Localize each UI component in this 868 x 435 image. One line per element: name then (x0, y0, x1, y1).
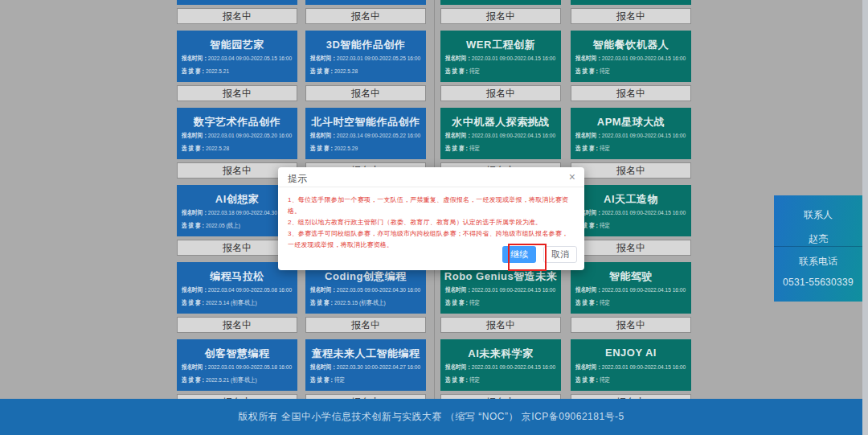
selection-date-line: 选 拔 赛：待定 (310, 375, 345, 384)
register-button[interactable]: 报名中 (305, 85, 426, 101)
selection-date-label: 选 拔 赛： (575, 376, 600, 384)
competition-card[interactable]: 智能园艺家 报名时间：2022.03.04 09:00-2022.05.15 1… (177, 31, 297, 82)
copyright-text: 版权所有 全国中小学信息技术创新与实践大赛 （缩写 “NOC”） 京ICP备09… (0, 399, 862, 435)
competition-card[interactable]: WER工程创新 报名时间：2022.03.01 09:00-2022.04.15… (440, 31, 561, 82)
competition-title: 童程未来人工智能编程 (305, 347, 426, 361)
registration-time-label: 报名时间： (310, 55, 337, 62)
competition-card[interactable]: 童程未来人工智能编程 报名时间：2022.03.30 10:00-2022.04… (305, 339, 426, 391)
registration-time-value: 2022.03.01 09:00-2022.04.15 16:00 (602, 363, 686, 371)
selection-date-label: 选 拔 赛： (310, 68, 334, 75)
register-button[interactable]: 报名中 (177, 8, 297, 24)
register-button[interactable]: 报名中 (571, 8, 691, 24)
competition-card[interactable]: 水中机器人探索挑战 报名时间：2022.03.01 09:00-2022.04.… (440, 108, 561, 159)
competition-title: 智能餐饮机器人 (571, 38, 691, 52)
selection-date-label: 选 拔 赛： (310, 145, 334, 152)
competition-title: 智能驾驶 (571, 269, 691, 284)
registration-time-line: 报名时间：2022.03.14 09:00-2022.05.22 16:00 (310, 131, 420, 140)
competition-card[interactable]: 数字艺术作品创作 报名时间：2022.03.01 09:00-2022.05.2… (177, 108, 297, 159)
selection-date-value: 待定 (600, 68, 610, 75)
selection-date-line: 选 拔 赛：待定 (445, 298, 480, 307)
register-button[interactable]: 报名中 (305, 8, 426, 24)
competition-title: 水中机器人探索挑战 (440, 115, 561, 129)
scrollbar[interactable] (862, 0, 868, 435)
register-button[interactable]: 报名中 (177, 85, 297, 101)
competition-card[interactable]: 智能驾驶 报名时间：2022.03.01 09:00-2022.04.15 16… (571, 262, 691, 314)
selection-date-label: 选 拔 赛： (310, 376, 334, 384)
competition-card[interactable]: APM星球大战 报名时间：2022.03.01 09:00-2022.04.15… (571, 108, 691, 159)
register-button[interactable]: 报名中 (571, 162, 691, 179)
competition-card[interactable]: 报名时间： 选 拔 赛：2022.5 (305, 0, 426, 5)
competition-card[interactable]: ENJOY AI 报名时间：2022.03.01 09:00-2022.04.1… (571, 339, 691, 391)
registration-time-value: 2022.03.01 09:00-2022.05.20 16:00 (208, 132, 292, 139)
selection-date-label: 选 拔 赛： (182, 145, 206, 152)
selection-date-value: 2022.5.21 (初赛-线上) (206, 376, 257, 384)
registration-time-line: 报名时间：2022.03.01 09:00-2022.04.15 16:00 (445, 54, 555, 63)
competition-title: 3D智能作品创作 (305, 38, 426, 52)
registration-time-label: 报名时间： (575, 55, 602, 62)
competition-title: Coding创意编程 (305, 269, 426, 284)
competition-title: AI天工造物 (571, 192, 691, 207)
contact-person-label: 联系人 (774, 208, 862, 222)
registration-time-label: 报名时间： (310, 363, 337, 371)
register-button[interactable]: 报名中 (571, 240, 691, 256)
competition-card-cell: 报名时间： 选 拔 赛：待定 报名中 (571, 0, 691, 24)
registration-time-value: 2022.03.14 09:00-2022.05.22 16:00 (337, 132, 420, 139)
competition-card-cell: AI天工造物 报名时间：2022.03.01 09:00-2022.04.15 … (571, 185, 691, 256)
selection-date-line: 选 拔 赛：2022.5.29 (310, 144, 358, 153)
competition-card-cell: 编程马拉松 报名时间：2022.03.04 09:00-2022.05.08 1… (177, 262, 297, 333)
competition-card[interactable]: 报名时间： 选 拔 赛：2022.5 (177, 0, 297, 5)
competition-card-cell: Robo Genius智造未来 报名时间：2022.03.01 09:00-20… (440, 262, 561, 333)
register-button[interactable]: 报名中 (440, 317, 561, 333)
register-button[interactable]: 报名中 (440, 85, 561, 101)
competition-card[interactable]: 创客智慧编程 报名时间：2022.03.01 09:00-2022.05.18 … (177, 339, 297, 391)
notice-line-1: 1、每位选手限参加一个赛项，一支队伍，严禁重复、虚假报名，一经发现或举报，将取消… (288, 195, 575, 217)
registration-time-value: 2022.03.01 09:00-2022.04.15 16:00 (602, 286, 686, 293)
register-button[interactable]: 报名中 (305, 317, 426, 333)
register-button[interactable]: 报名中 (571, 85, 691, 101)
dialog-footer: 继续取消 (502, 246, 577, 263)
selection-date-value: 2022.5.15 (初赛-线上) (334, 299, 386, 306)
competition-title: 北斗时空智能作品创作 (305, 115, 426, 129)
selection-date-label: 选 拔 赛： (445, 68, 469, 75)
competition-card[interactable]: 报名时间： 选 拔 赛：待定 (440, 0, 561, 5)
registration-time-line: 报名时间：2022.03.04 09:00-2022.05.08 16:00 (182, 285, 292, 294)
registration-time-label: 报名时间： (445, 363, 472, 371)
dialog-body: 1、每位选手限参加一个赛项，一支队伍，严禁重复、虚假报名，一经发现或举报，将取消… (278, 187, 584, 251)
register-button[interactable]: 报名中 (571, 317, 691, 333)
continue-button[interactable]: 继续 (502, 246, 536, 263)
registration-time-line: 报名时间：2022.03.01 09:00-2022.04.15 16:00 (575, 54, 686, 63)
competition-card-cell: 报名时间： 选 拔 赛：2022.5 报名中 (177, 0, 297, 24)
register-button[interactable]: 报名中 (177, 317, 297, 333)
competition-card[interactable]: AI未来科学家 报名时间：2022.03.01 09:00-2022.04.15… (440, 339, 561, 391)
competition-card[interactable]: 智能餐饮机器人 报名时间：2022.03.01 09:00-2022.04.15… (571, 31, 691, 82)
registration-time-line: 报名时间：2022.03.18 09:00-2022.04.30 (182, 208, 277, 217)
competition-card[interactable]: 报名时间： 选 拔 赛：待定 (571, 0, 691, 5)
registration-time-label: 报名时间： (575, 286, 602, 293)
close-icon[interactable]: × (569, 167, 575, 187)
selection-date-value: 待定 (334, 376, 345, 384)
registration-time-line: 报名时间：2022.03.01 09:00-2022.04.15 16:00 (575, 208, 686, 217)
competition-title: WER工程创新 (440, 38, 561, 52)
competition-card[interactable]: AI天工造物 报名时间：2022.03.01 09:00-2022.04.15 … (571, 185, 691, 236)
selection-date-label: 选 拔 赛： (182, 299, 206, 306)
registration-time-value: 2022.03.01 09:00-2022.05.18 16:00 (208, 363, 292, 371)
competition-card-cell: 智能驾驶 报名时间：2022.03.01 09:00-2022.04.15 16… (571, 262, 691, 333)
registration-time-value: 2022.03.01 09:00-2022.04.15 16:00 (602, 55, 686, 62)
registration-time-line: 报名时间：2022.03.01 09:00-2022.04.15 16:00 (445, 363, 555, 371)
contact-phone-label: 联系电话 (774, 255, 862, 269)
notice-line-2: 2、组别以地方教育行政主管部门（教委、教育厅、教育局）认定的选手所属学段为准。 (288, 217, 575, 228)
competition-card[interactable]: 北斗时空智能作品创作 报名时间：2022.03.14 09:00-2022.05… (305, 108, 426, 159)
cancel-button[interactable]: 取消 (543, 246, 577, 263)
registration-time-line: 报名时间：2022.03.01 09:00-2022.04.15 16:00 (575, 363, 686, 371)
competition-card[interactable]: 3D智能作品创作 报名时间：2022.03.01 09:00-2022.05.2… (305, 31, 426, 82)
competition-card-cell: 3D智能作品创作 报名时间：2022.03.01 09:00-2022.05.2… (305, 31, 426, 101)
competition-title: ENJOY AI (571, 347, 691, 359)
page: 报名时间： 选 拔 赛：2022.5 报名中 报名时间： 选 拔 赛：2022.… (0, 0, 868, 435)
registration-time-line: 报名时间：2022.03.01 09:00-2022.04.15 16:00 (445, 285, 555, 294)
competition-title: AI未来科学家 (440, 347, 561, 361)
selection-date-value: 2022.5.28 (334, 68, 358, 75)
competition-card-cell: APM星球大战 报名时间：2022.03.01 09:00-2022.04.15… (571, 108, 691, 179)
selection-date-value: 待定 (600, 299, 610, 306)
register-button[interactable]: 报名中 (440, 8, 561, 24)
registration-time-value: 2022.03.01 09:00-2022.05.25 16:00 (337, 55, 420, 62)
